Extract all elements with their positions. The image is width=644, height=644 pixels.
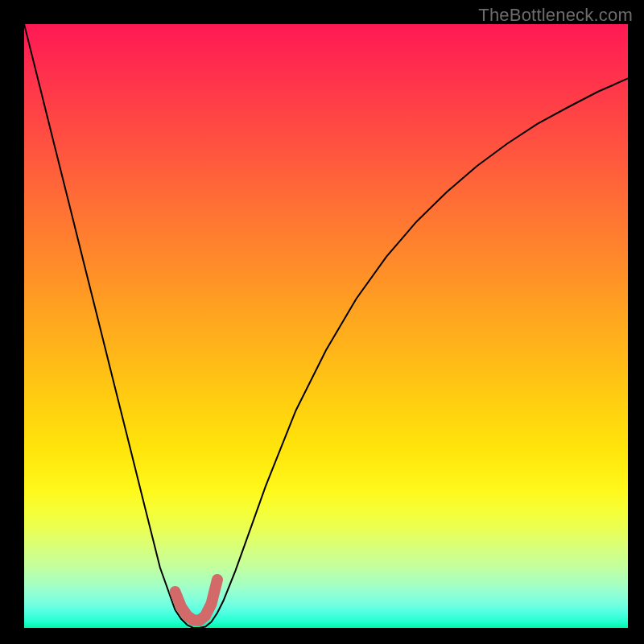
watermark-label: TheBottleneck.com <box>478 5 633 26</box>
bottleneck-curve <box>24 24 628 628</box>
highlight-segment <box>175 580 218 621</box>
chart-plot-area <box>24 24 628 628</box>
curve-svg <box>24 24 628 628</box>
